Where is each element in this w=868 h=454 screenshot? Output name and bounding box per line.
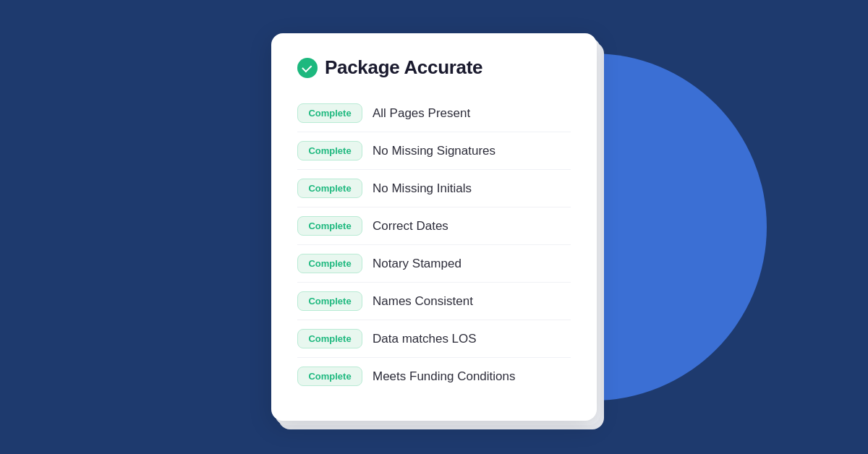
item-label: Correct Dates	[373, 219, 448, 234]
item-label: Names Consistent	[373, 294, 473, 309]
status-badge: Complete	[297, 367, 362, 386]
item-label: Notary Stamped	[373, 257, 461, 271]
status-badge: Complete	[297, 141, 362, 160]
list-item: CompleteCorrect Dates	[297, 207, 571, 245]
card-main: Package Accurate CompleteAll Pages Prese…	[271, 33, 597, 421]
card-stack: Package Accurate CompleteAll Pages Prese…	[271, 33, 597, 421]
list-item: CompleteAll Pages Present	[297, 95, 571, 132]
card-title: Package Accurate	[325, 56, 482, 79]
item-label: All Pages Present	[373, 106, 470, 121]
status-badge: Complete	[297, 103, 362, 123]
item-label: Data matches LOS	[373, 332, 477, 346]
list-item: CompleteNo Missing Initials	[297, 170, 571, 207]
item-label: No Missing Signatures	[373, 144, 495, 158]
status-badge: Complete	[297, 216, 362, 236]
card-header: Package Accurate	[297, 56, 571, 79]
list-item: CompleteNames Consistent	[297, 283, 571, 320]
list-item: CompleteNotary Stamped	[297, 245, 571, 283]
list-item: CompleteMeets Funding Conditions	[297, 358, 571, 395]
checklist: CompleteAll Pages PresentCompleteNo Miss…	[297, 95, 571, 395]
status-badge: Complete	[297, 179, 362, 198]
list-item: CompleteData matches LOS	[297, 320, 571, 358]
status-badge: Complete	[297, 291, 362, 311]
list-item: CompleteNo Missing Signatures	[297, 132, 571, 170]
item-label: No Missing Initials	[373, 181, 472, 196]
status-badge: Complete	[297, 254, 362, 273]
item-label: Meets Funding Conditions	[373, 369, 516, 384]
check-icon	[297, 58, 318, 78]
status-badge: Complete	[297, 329, 362, 348]
